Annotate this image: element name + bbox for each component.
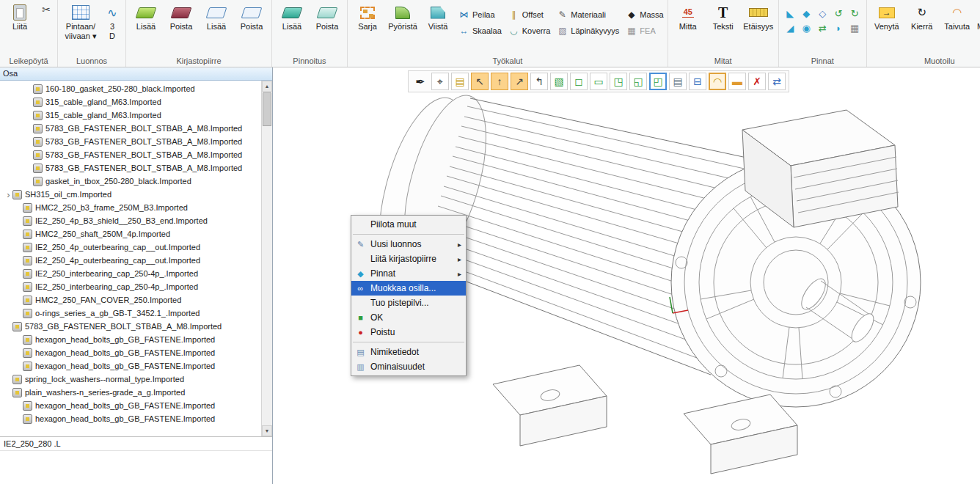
transparency-button[interactable]: ▨ Läpinäkyvyys bbox=[557, 23, 619, 39]
feature-add-button[interactable]: Lisää bbox=[128, 1, 164, 32]
fillet-button[interactable]: Pyöristä bbox=[385, 1, 420, 32]
scroll-up-button[interactable]: ▲ bbox=[262, 81, 272, 92]
tree-item[interactable]: 5783_GB_FASTENER_BOLT_STBAB_A_M8.Importe… bbox=[0, 320, 261, 333]
library-delete-button[interactable]: Poista bbox=[234, 1, 269, 32]
scroll-thumb[interactable] bbox=[263, 92, 271, 126]
scroll-down-button[interactable]: ▼ bbox=[262, 425, 272, 436]
tree-item[interactable]: IE2_250_4p_B3_shield__250_B3_end.Importe… bbox=[0, 214, 261, 227]
tree-item[interactable]: 5783_GB_FASTENER_BOLT_STBAB_A_M8.Importe… bbox=[0, 135, 261, 148]
surface-curve-icon[interactable]: ◠ bbox=[709, 73, 726, 90]
offset-button[interactable]: ∥ Offset bbox=[508, 7, 551, 23]
chamfer-button[interactable]: Viistä bbox=[420, 1, 456, 32]
delete-face-icon[interactable]: ✗ bbox=[748, 73, 766, 90]
sketch-3d-button[interactable]: ∿ 3 D bbox=[101, 1, 123, 40]
surface-rotate-left-icon[interactable]: ↺ bbox=[831, 7, 846, 20]
expand-chevron-icon[interactable]: › bbox=[4, 189, 12, 200]
surface-patch-icon[interactable]: ◆ bbox=[799, 7, 814, 20]
bend-button[interactable]: ◠ Taivuta bbox=[940, 1, 975, 32]
tree-item[interactable]: HMC2_250_shaft_250M_4p.Imported bbox=[0, 227, 261, 241]
tree-item[interactable]: 5783_GB_FASTENER_BOLT_STBAB_A_M8.Importe… bbox=[0, 148, 261, 161]
fea-button[interactable]: ▦ FEA bbox=[626, 23, 663, 39]
pick-element-icon[interactable]: ↰ bbox=[530, 73, 548, 90]
coating-add-button[interactable]: Lisää bbox=[274, 1, 310, 32]
tree-item[interactable]: o-rings_series_a_gb_GB-T_3452.1_.Importe… bbox=[0, 307, 261, 320]
surface-half-icon[interactable]: ◗ bbox=[831, 21, 846, 34]
scale-button[interactable]: ↔ Skaalaa bbox=[458, 23, 502, 39]
surface-rotate-right-icon[interactable]: ↻ bbox=[847, 7, 863, 20]
tree-item[interactable]: plain_washers-n_series-grade_a_g.Importe… bbox=[0, 386, 261, 399]
snap-line-icon[interactable]: ↑ bbox=[491, 73, 508, 90]
wire-cube-icon[interactable]: ◻ bbox=[570, 73, 588, 90]
tree-item[interactable]: 5783_GB_FASTENER_BOLT_STBAB_A_M8.Importe… bbox=[0, 122, 261, 135]
menu-item[interactable]: Tuo pistepilvi... bbox=[351, 296, 466, 310]
pin-icon[interactable]: ✒ bbox=[412, 73, 429, 90]
hollow-button[interactable]: ◡ Koverra bbox=[508, 23, 551, 39]
mass-button[interactable]: ◆ Massa bbox=[626, 7, 663, 23]
distance-button[interactable]: Etäisyys bbox=[741, 1, 776, 32]
tree-item[interactable]: hexagon_head_bolts_gb_GB_FASTENE.Importe… bbox=[0, 333, 261, 346]
tree-item[interactable]: spring_lock_washers--normal_type.Importe… bbox=[0, 373, 261, 386]
shaded-cube-icon[interactable]: ▧ bbox=[550, 73, 568, 90]
snap-point-icon[interactable]: ↖ bbox=[471, 73, 489, 90]
freeform-button[interactable]: ▦ Muotoile bbox=[975, 1, 980, 32]
feature-delete-button[interactable]: Poista bbox=[164, 1, 199, 32]
sheet-list-icon[interactable]: ▤ bbox=[669, 73, 687, 90]
tree-item[interactable]: IE2_250_interbearing_cap_250-4p_.Importe… bbox=[0, 280, 261, 293]
surface-mesh-icon[interactable]: ▦ bbox=[847, 21, 863, 34]
text-button[interactable]: T Teksti bbox=[706, 1, 741, 32]
tree-item[interactable]: hexagon_head_bolts_gb_GB_FASTENE.Importe… bbox=[0, 346, 261, 359]
layers-icon[interactable]: ⊟ bbox=[689, 73, 706, 90]
model-viewport[interactable]: ✒⌖▤↖↑↗↰▧◻▭◳◱◰▤⊟◠▬✗⇄ Piilota muut✎Uusi lu… bbox=[273, 67, 980, 484]
hatch-fill-icon[interactable]: ▤ bbox=[451, 73, 469, 90]
coating-delete-button[interactable]: Poista bbox=[310, 1, 345, 32]
tree-item[interactable]: IE2_250_interbearing_cap_250-4p_.Importe… bbox=[0, 267, 261, 280]
dimension-button[interactable]: 45 Mitta bbox=[670, 1, 706, 32]
select-body-icon[interactable]: ◰ bbox=[649, 73, 667, 90]
twist-button[interactable]: ↻ Kierrä bbox=[904, 1, 940, 32]
tree-item[interactable]: 5783_GB_FASTENER_BOLT_STBAB_A_M8.Importe… bbox=[0, 161, 261, 175]
menu-item[interactable]: ■OK bbox=[351, 310, 466, 325]
sketch-on-face-button[interactable]: Pintaan/ viivaan ▾ bbox=[60, 1, 101, 40]
material-button[interactable]: ✎ Materiaali bbox=[557, 7, 619, 23]
menu-item[interactable]: ∞Muokkaa osilla... bbox=[351, 281, 466, 296]
surface-swap-icon[interactable]: ⇄ bbox=[815, 21, 830, 34]
tree-item[interactable]: hexagon_head_bolts_gb_GB_FASTENE.Importe… bbox=[0, 359, 261, 373]
library-add-button[interactable]: Lisää bbox=[199, 1, 234, 32]
orange-slab-icon[interactable]: ▬ bbox=[728, 73, 746, 90]
tree-item[interactable]: IE2_250_4p_outerbearing_cap__out.Importe… bbox=[0, 254, 261, 267]
tree-item[interactable]: gasket_in_tbox_250-280_black.Imported bbox=[0, 175, 261, 188]
tree-scrollbar[interactable]: ▲ ▼ bbox=[261, 81, 272, 436]
mirror-button[interactable]: ⋈ Peilaa bbox=[458, 7, 502, 23]
surface-extend-icon[interactable]: ◇ bbox=[815, 7, 830, 20]
refresh-view-icon[interactable]: ⇄ bbox=[768, 73, 786, 90]
menu-item[interactable]: Piilota muut bbox=[351, 217, 466, 232]
menu-item[interactable]: ◆Pinnat▸ bbox=[351, 266, 466, 281]
tree-item[interactable]: IE2_250_4p_outerbearing_cap__out.Importe… bbox=[0, 241, 261, 254]
tree-item[interactable]: hexagon_head_bolts_gb_GB_FASTENE.Importe… bbox=[0, 412, 261, 425]
menu-item[interactable]: ✎Uusi luonnos▸ bbox=[351, 237, 466, 252]
iso-cube-icon[interactable]: ◳ bbox=[610, 73, 627, 90]
surface-join-icon[interactable]: ◉ bbox=[799, 21, 814, 34]
menu-item[interactable]: ▤Nimiketiedot bbox=[351, 345, 466, 359]
surface-split-icon[interactable]: ◢ bbox=[783, 21, 798, 34]
stretch-button[interactable]: → Venytä bbox=[869, 1, 904, 32]
menu-item[interactable]: ▥Ominaisuudet bbox=[351, 359, 466, 374]
tree-item[interactable]: HMC2_250_FAN_COVER_250.Imported bbox=[0, 293, 261, 307]
slab-view-icon[interactable]: ▭ bbox=[590, 73, 607, 90]
corner-cube-icon[interactable]: ◱ bbox=[629, 73, 647, 90]
tree-item[interactable]: hexagon_head_bolts_gb_GB_FASTENE.Importe… bbox=[0, 399, 261, 412]
tree-item[interactable]: 315_cable_gland_M63.Imported bbox=[0, 109, 261, 122]
cut-button[interactable]: ✂ bbox=[37, 1, 55, 15]
paste-button[interactable]: Liitä bbox=[2, 1, 37, 32]
menu-item[interactable]: ●Poistu bbox=[351, 325, 466, 340]
select-new-icon[interactable]: ⌖ bbox=[431, 73, 449, 90]
tree-item[interactable]: 160-180_gasket_250-280_black.Imported bbox=[0, 82, 261, 95]
menu-item[interactable]: Liitä kirjastopiirre▸ bbox=[351, 252, 466, 266]
tree-item[interactable]: 315_cable_gland_M63.Imported bbox=[0, 95, 261, 109]
snap-face-icon[interactable]: ↗ bbox=[511, 73, 528, 90]
tree-item[interactable]: HMC2_250_b3_frame_250M_B3.Imported bbox=[0, 201, 261, 214]
part-name-field[interactable]: IE2_250_280 .L bbox=[0, 437, 272, 451]
surface-cut-icon[interactable]: ◣ bbox=[783, 7, 798, 20]
pattern-button[interactable]: Sarja bbox=[350, 1, 385, 32]
tree-item[interactable]: ›SH315_oil_cm.Imported bbox=[0, 188, 261, 201]
